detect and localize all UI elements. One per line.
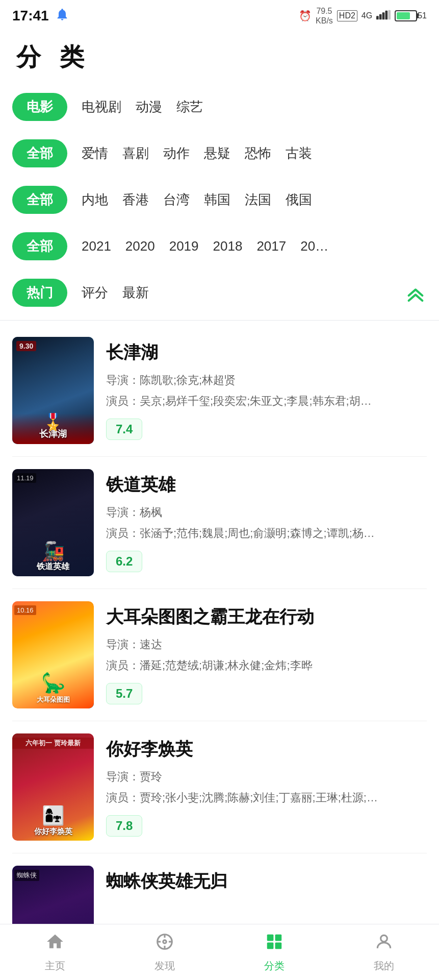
movie-cast: 演员：贾玲;张小斐;沈腾;陈赫;刘佳;丁嘉丽;王琳;杜源;…: [106, 789, 427, 806]
filter-item-mystery[interactable]: 悬疑: [204, 144, 230, 162]
movie-item: 9.30 长津湖 🎖️ 长津湖 导演：陈凯歌;徐克;林超贤 演员：吴京;易烊千玺…: [12, 325, 427, 457]
filter-item-2021[interactable]: 2021: [82, 238, 111, 254]
svg-rect-13: [267, 942, 274, 949]
movie-director: 导演：陈凯歌;徐克;林超贤: [106, 372, 427, 388]
filter-item-romance[interactable]: 爱情: [82, 144, 108, 162]
filter-item-newest[interactable]: 最新: [122, 284, 149, 302]
svg-rect-11: [267, 934, 274, 941]
movie-rating: 7.4: [106, 419, 142, 440]
svg-rect-2: [382, 12, 385, 19]
filter-item-horror[interactable]: 恐怖: [245, 144, 271, 162]
nav-label-home: 主页: [45, 959, 65, 973]
alarm-icon: ⏰: [299, 10, 312, 22]
network-speed: 79.5KB/s: [316, 6, 333, 26]
movie-title: 大耳朵图图之霸王龙在行动: [106, 605, 427, 629]
filter-row-sort: 热门 评分 最新: [12, 270, 427, 316]
svg-rect-1: [379, 14, 382, 19]
nav-item-discover[interactable]: 发现: [144, 928, 185, 977]
svg-rect-3: [385, 10, 388, 19]
movie-title: 蜘蛛侠英雄无归: [106, 870, 427, 893]
filter-item-action[interactable]: 动作: [163, 144, 190, 162]
filter-item-tv[interactable]: 电视剧: [82, 98, 121, 116]
svg-rect-4: [389, 10, 391, 19]
movie-director: 导演：杨枫: [106, 504, 427, 521]
movie-director: 导演：速达: [106, 636, 427, 653]
movie-item: 铁道英雄 11.19 🚂 铁道英雄 导演：杨枫 演员：张涵予;范伟;魏晨;周也;…: [12, 457, 427, 589]
movie-title: 你好李焕英: [106, 738, 427, 761]
discover-icon: [155, 932, 174, 956]
movie-info: 铁道英雄 导演：杨枫 演员：张涵予;范伟;魏晨;周也;俞灏明;森博之;谭凯;杨……: [106, 469, 427, 572]
nav-label-category: 分类: [264, 959, 285, 973]
svg-point-6: [163, 940, 166, 943]
filter-chip-all-year[interactable]: 全部: [12, 232, 67, 260]
filter-item-comedy[interactable]: 喜剧: [122, 144, 149, 162]
movie-poster[interactable]: 9.30 长津湖 🎖️: [12, 337, 94, 444]
filter-section: 电影 电视剧 动漫 综艺 全部 爱情 喜剧 动作 悬疑 恐怖 古装 全部 内地 …: [0, 84, 439, 316]
movie-title: 长津湖: [106, 341, 427, 364]
movie-poster[interactable]: 铁道英雄 11.19 🚂: [12, 469, 94, 576]
home-icon: [45, 932, 65, 956]
nav-label-profile: 我的: [374, 959, 394, 973]
filter-item-costume[interactable]: 古装: [286, 144, 312, 162]
hd2-icon: HD2: [337, 10, 357, 21]
movie-cast: 演员：吴京;易烊千玺;段奕宏;朱亚文;李晨;韩东君;胡…: [106, 393, 427, 409]
filter-row-year: 全部 2021 2020 2019 2018 2017 20…: [12, 223, 427, 270]
movie-poster[interactable]: 你好李焕英 👩‍👧 六年初一 贾玲最新: [12, 733, 94, 841]
filter-item-2019[interactable]: 2019: [169, 238, 199, 254]
movie-cast: 演员：潘延;范楚绒;胡谦;林永健;金炜;李晔: [106, 657, 427, 674]
filter-item-mainland[interactable]: 内地: [82, 191, 108, 209]
status-time: 17:41: [12, 8, 49, 24]
category-icon: [265, 932, 284, 956]
notification-icon: [55, 7, 69, 25]
filter-chip-all-region[interactable]: 全部: [12, 186, 67, 214]
movie-item: 你好李焕英 👩‍👧 六年初一 贾玲最新 你好李焕英 导演：贾玲 演员：贾玲;张小…: [12, 721, 427, 853]
movie-rating: 6.2: [106, 551, 142, 572]
nav-item-home[interactable]: 主页: [35, 928, 75, 977]
filter-item-rating-sort[interactable]: 评分: [82, 284, 108, 302]
collapse-filters-button[interactable]: [404, 282, 427, 304]
movie-rating: 5.7: [106, 683, 142, 704]
filter-chip-hot[interactable]: 热门: [12, 279, 67, 307]
filter-item-hk[interactable]: 香港: [122, 191, 149, 209]
page-title: 分 类: [0, 29, 439, 84]
network-4g-icon: 4G: [361, 11, 372, 20]
movie-list: 9.30 长津湖 🎖️ 长津湖 导演：陈凯歌;徐克;林超贤 演员：吴京;易烊千玺…: [0, 325, 439, 980]
movie-info: 大耳朵图图之霸王龙在行动 导演：速达 演员：潘延;范楚绒;胡谦;林永健;金炜;李…: [106, 601, 427, 704]
movie-poster[interactable]: 10.16 大耳朵图图 🦕: [12, 601, 94, 708]
filter-item-ru[interactable]: 俄国: [286, 191, 312, 209]
battery-icon: 51: [395, 10, 427, 21]
status-bar: 17:41 ⏰ 79.5KB/s HD2 4G 51: [0, 0, 439, 29]
svg-rect-14: [275, 942, 282, 949]
movie-item: 10.16 大耳朵图图 🦕 大耳朵图图之霸王龙在行动 导演：速达 演员：潘延;范…: [12, 589, 427, 721]
status-icons: ⏰ 79.5KB/s HD2 4G 51: [299, 6, 427, 26]
filter-row-type: 电影 电视剧 动漫 综艺: [12, 84, 427, 130]
movie-director: 导演：贾玲: [106, 768, 427, 785]
movie-info: 蜘蛛侠英雄无归: [106, 866, 427, 900]
profile-icon: [374, 932, 394, 956]
nav-label-discover: 发现: [154, 959, 175, 973]
movie-cast: 演员：张涵予;范伟;魏晨;周也;俞灏明;森博之;谭凯;杨…: [106, 525, 427, 542]
section-divider: [0, 320, 439, 321]
svg-rect-12: [275, 934, 282, 941]
filter-row-genre: 全部 爱情 喜剧 动作 悬疑 恐怖 古装: [12, 130, 427, 177]
filter-item-anime[interactable]: 动漫: [136, 98, 162, 116]
svg-point-15: [381, 935, 388, 942]
filter-item-2016[interactable]: 20…: [300, 238, 328, 254]
filter-chip-all-genre[interactable]: 全部: [12, 139, 67, 167]
filter-item-2018[interactable]: 2018: [213, 238, 243, 254]
movie-info: 长津湖 导演：陈凯歌;徐克;林超贤 演员：吴京;易烊千玺;段奕宏;朱亚文;李晨;…: [106, 337, 427, 440]
filter-item-variety[interactable]: 综艺: [176, 98, 203, 116]
filter-item-2020[interactable]: 2020: [125, 238, 155, 254]
nav-item-profile[interactable]: 我的: [364, 928, 404, 977]
movie-title: 铁道英雄: [106, 473, 427, 497]
filter-item-tw[interactable]: 台湾: [163, 191, 190, 209]
movie-info: 你好李焕英 导演：贾玲 演员：贾玲;张小斐;沈腾;陈赫;刘佳;丁嘉丽;王琳;杜源…: [106, 733, 427, 837]
nav-item-category[interactable]: 分类: [254, 928, 295, 977]
movie-rating: 7.8: [106, 815, 142, 837]
filter-row-region: 全部 内地 香港 台湾 韩国 法国 俄国: [12, 177, 427, 223]
filter-item-kr[interactable]: 韩国: [204, 191, 230, 209]
filter-item-fr[interactable]: 法国: [245, 191, 271, 209]
bottom-navigation: 主页 发现 分类: [0, 924, 439, 980]
filter-item-2017[interactable]: 2017: [256, 238, 286, 254]
filter-chip-movie[interactable]: 电影: [12, 93, 67, 121]
